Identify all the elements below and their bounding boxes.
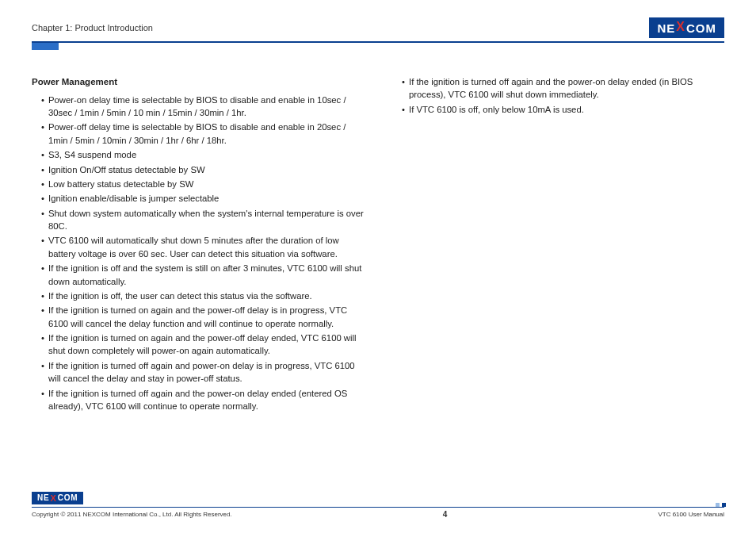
footer-corner-marks — [716, 503, 726, 507]
list-item: VTC 6100 will automatically shut down 5 … — [41, 234, 364, 260]
list-item: If VTC 6100 is off, only below 10mA is u… — [402, 103, 724, 116]
list-item: If the ignition is turned off again and … — [41, 387, 364, 413]
right-column: If the ignition is turned off again and … — [392, 75, 724, 414]
list-item: If the ignition is off, the user can det… — [41, 290, 364, 302]
logo-post: COM — [686, 21, 716, 35]
footer-rule — [32, 507, 724, 508]
doc-title: VTC 6100 User Manual — [658, 511, 724, 518]
page-number: 4 — [443, 510, 448, 519]
list-item: Power-off delay time is selectable by BI… — [41, 121, 364, 147]
footer-mark-icon — [716, 503, 720, 507]
list-item: If the ignition is turned off again and … — [402, 75, 724, 102]
list-item: If the ignition is off and the system is… — [41, 262, 364, 288]
nexcom-logo: NEXCOM — [649, 17, 724, 38]
left-bullet-list: Power-on delay time is selectable by BIO… — [32, 94, 364, 413]
list-item: Power-on delay time is selectable by BIO… — [41, 94, 364, 120]
list-item: S3, S4 suspend mode — [41, 148, 364, 161]
section-title: Power Management — [32, 75, 364, 89]
list-item: If the ignition is turned on again and t… — [41, 332, 364, 358]
footer-row: Copyright © 2011 NEXCOM International Co… — [32, 510, 724, 519]
footer-nexcom-logo: NEXCOM — [32, 492, 83, 504]
list-item: Shut down system automatically when the … — [41, 207, 364, 233]
copyright-text: Copyright © 2011 NEXCOM International Co… — [32, 511, 232, 518]
chapter-title: Chapter 1: Product Introduction — [32, 23, 153, 33]
page-footer: NEXCOM Copyright © 2011 NEXCOM Internati… — [32, 489, 724, 519]
page-header: Chapter 1: Product Introduction NEXCOM — [32, 17, 724, 38]
list-item: Low battery status detectable by SW — [41, 178, 364, 190]
logo-pre: NE — [657, 21, 675, 35]
logo-x-icon: X — [676, 20, 685, 34]
footer-mark-icon — [722, 503, 726, 507]
right-bullet-list: If the ignition is turned off again and … — [392, 75, 724, 116]
header-rule — [32, 41, 724, 43]
footer-logo-pre: NE — [37, 493, 50, 502]
list-item: Ignition enable/disable is jumper select… — [41, 192, 364, 205]
content-area: Power Management Power-on delay time is … — [32, 75, 724, 414]
left-column: Power Management Power-on delay time is … — [32, 75, 364, 414]
footer-logo-post: COM — [58, 493, 78, 502]
list-item: If the ignition is turned on again and t… — [41, 304, 364, 330]
footer-logo-x-icon: X — [51, 493, 57, 503]
list-item: If the ignition is turned off again and … — [41, 359, 364, 385]
list-item: Ignition On/Off status detectable by SW — [41, 163, 364, 176]
header-accent-block — [32, 43, 59, 50]
